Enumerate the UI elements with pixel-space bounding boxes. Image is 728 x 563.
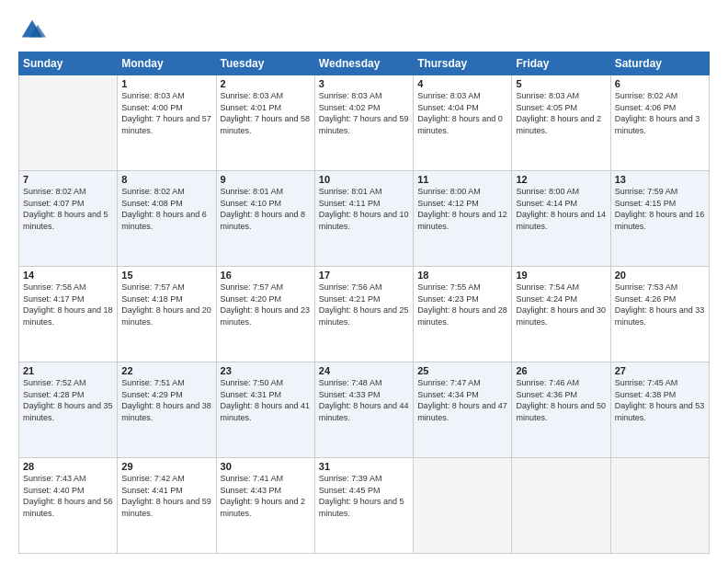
day-number: 15: [121, 270, 211, 281]
day-info: Sunrise: 7:55 AMSunset: 4:23 PMDaylight:…: [417, 282, 507, 327]
calendar-cell: 20Sunrise: 7:53 AMSunset: 4:26 PMDayligh…: [610, 267, 709, 362]
calendar-cell: 16Sunrise: 7:57 AMSunset: 4:20 PMDayligh…: [216, 267, 314, 362]
calendar-cell: 29Sunrise: 7:42 AMSunset: 4:41 PMDayligh…: [118, 458, 216, 554]
calendar-cell: 21Sunrise: 7:52 AMSunset: 4:28 PMDayligh…: [19, 362, 118, 458]
day-number: 5: [516, 78, 606, 89]
calendar-cell: 27Sunrise: 7:45 AMSunset: 4:38 PMDayligh…: [610, 362, 709, 458]
weekday-header-saturday: Saturday: [610, 52, 709, 75]
day-info: Sunrise: 7:50 AMSunset: 4:31 PMDaylight:…: [221, 377, 311, 423]
day-number: 23: [221, 365, 311, 376]
calendar-cell: 19Sunrise: 7:54 AMSunset: 4:24 PMDayligh…: [512, 267, 610, 362]
day-number: 27: [615, 365, 705, 376]
calendar-cell: 26Sunrise: 7:46 AMSunset: 4:36 PMDayligh…: [512, 362, 610, 458]
weekday-header-wednesday: Wednesday: [314, 52, 413, 75]
calendar-cell: 13Sunrise: 7:59 AMSunset: 4:15 PMDayligh…: [610, 171, 709, 267]
day-number: 22: [121, 365, 211, 376]
calendar-cell: 7Sunrise: 8:02 AMSunset: 4:07 PMDaylight…: [19, 171, 118, 267]
day-info: Sunrise: 7:58 AMSunset: 4:17 PMDaylight:…: [23, 282, 113, 327]
day-info: Sunrise: 7:45 AMSunset: 4:38 PMDaylight:…: [615, 377, 705, 423]
day-info: Sunrise: 7:57 AMSunset: 4:20 PMDaylight:…: [221, 282, 311, 327]
weekday-header-sunday: Sunday: [19, 52, 118, 75]
day-number: 14: [23, 270, 113, 281]
day-info: Sunrise: 7:59 AMSunset: 4:15 PMDaylight:…: [615, 186, 705, 232]
week-row-3: 14Sunrise: 7:58 AMSunset: 4:17 PMDayligh…: [19, 267, 710, 362]
day-number: 7: [23, 174, 113, 185]
day-number: 18: [417, 270, 507, 281]
calendar-cell: 11Sunrise: 8:00 AMSunset: 4:12 PMDayligh…: [414, 171, 512, 267]
calendar-cell: 4Sunrise: 8:03 AMSunset: 4:04 PMDaylight…: [414, 75, 512, 171]
day-number: 6: [615, 78, 705, 89]
day-info: Sunrise: 8:00 AMSunset: 4:14 PMDaylight:…: [516, 186, 606, 232]
header: [18, 17, 710, 44]
day-number: 29: [121, 461, 211, 472]
day-info: Sunrise: 7:52 AMSunset: 4:28 PMDaylight:…: [23, 377, 113, 423]
day-info: Sunrise: 8:02 AMSunset: 4:07 PMDaylight:…: [23, 186, 113, 232]
calendar-cell: [512, 458, 610, 554]
day-info: Sunrise: 7:46 AMSunset: 4:36 PMDaylight:…: [516, 377, 606, 423]
calendar-table: SundayMondayTuesdayWednesdayThursdayFrid…: [18, 52, 710, 554]
day-info: Sunrise: 7:56 AMSunset: 4:21 PMDaylight:…: [319, 282, 409, 327]
calendar-cell: 24Sunrise: 7:48 AMSunset: 4:33 PMDayligh…: [314, 362, 413, 458]
day-info: Sunrise: 8:03 AMSunset: 4:02 PMDaylight:…: [319, 90, 409, 136]
calendar-cell: [19, 75, 118, 171]
day-info: Sunrise: 8:01 AMSunset: 4:11 PMDaylight:…: [319, 186, 409, 232]
day-number: 21: [23, 365, 113, 376]
calendar-cell: 2Sunrise: 8:03 AMSunset: 4:01 PMDaylight…: [216, 75, 314, 171]
day-number: 17: [319, 270, 409, 281]
weekday-header-tuesday: Tuesday: [216, 52, 314, 75]
day-number: 8: [121, 174, 211, 185]
week-row-4: 21Sunrise: 7:52 AMSunset: 4:28 PMDayligh…: [19, 362, 710, 458]
calendar-cell: 6Sunrise: 8:02 AMSunset: 4:06 PMDaylight…: [610, 75, 709, 171]
day-info: Sunrise: 7:48 AMSunset: 4:33 PMDaylight:…: [319, 377, 409, 423]
day-info: Sunrise: 8:02 AMSunset: 4:08 PMDaylight:…: [121, 186, 211, 232]
day-number: 4: [417, 78, 507, 89]
calendar-cell: 8Sunrise: 8:02 AMSunset: 4:08 PMDaylight…: [118, 171, 216, 267]
calendar-cell: 28Sunrise: 7:43 AMSunset: 4:40 PMDayligh…: [19, 458, 118, 554]
day-number: 26: [516, 365, 606, 376]
day-info: Sunrise: 7:57 AMSunset: 4:18 PMDaylight:…: [121, 282, 211, 327]
day-info: Sunrise: 7:42 AMSunset: 4:41 PMDaylight:…: [121, 473, 211, 519]
week-row-2: 7Sunrise: 8:02 AMSunset: 4:07 PMDaylight…: [19, 171, 710, 267]
calendar-cell: 3Sunrise: 8:03 AMSunset: 4:02 PMDaylight…: [314, 75, 413, 171]
day-number: 16: [221, 270, 311, 281]
day-info: Sunrise: 7:53 AMSunset: 4:26 PMDaylight:…: [615, 282, 705, 327]
day-number: 3: [319, 78, 409, 89]
day-info: Sunrise: 8:02 AMSunset: 4:06 PMDaylight:…: [615, 90, 705, 136]
day-number: 31: [319, 461, 409, 472]
day-number: 9: [221, 174, 311, 185]
weekday-header-friday: Friday: [512, 52, 610, 75]
calendar-cell: 22Sunrise: 7:51 AMSunset: 4:29 PMDayligh…: [118, 362, 216, 458]
day-info: Sunrise: 8:03 AMSunset: 4:04 PMDaylight:…: [417, 90, 507, 136]
weekday-header-monday: Monday: [118, 52, 216, 75]
calendar-cell: 17Sunrise: 7:56 AMSunset: 4:21 PMDayligh…: [314, 267, 413, 362]
day-info: Sunrise: 7:54 AMSunset: 4:24 PMDaylight:…: [516, 282, 606, 327]
calendar-cell: 1Sunrise: 8:03 AMSunset: 4:00 PMDaylight…: [118, 75, 216, 171]
week-row-1: 1Sunrise: 8:03 AMSunset: 4:00 PMDaylight…: [19, 75, 710, 171]
calendar-cell: 10Sunrise: 8:01 AMSunset: 4:11 PMDayligh…: [314, 171, 413, 267]
calendar-cell: [610, 458, 709, 554]
calendar-cell: 30Sunrise: 7:41 AMSunset: 4:43 PMDayligh…: [216, 458, 314, 554]
calendar-cell: 5Sunrise: 8:03 AMSunset: 4:05 PMDaylight…: [512, 75, 610, 171]
calendar-cell: 12Sunrise: 8:00 AMSunset: 4:14 PMDayligh…: [512, 171, 610, 267]
weekday-header-thursday: Thursday: [414, 52, 512, 75]
week-row-5: 28Sunrise: 7:43 AMSunset: 4:40 PMDayligh…: [19, 458, 710, 554]
day-number: 11: [417, 174, 507, 185]
day-info: Sunrise: 8:01 AMSunset: 4:10 PMDaylight:…: [221, 186, 311, 232]
calendar-cell: 9Sunrise: 8:01 AMSunset: 4:10 PMDaylight…: [216, 171, 314, 267]
day-info: Sunrise: 7:43 AMSunset: 4:40 PMDaylight:…: [23, 473, 113, 519]
day-number: 25: [417, 365, 507, 376]
day-info: Sunrise: 8:03 AMSunset: 4:05 PMDaylight:…: [516, 90, 606, 136]
day-info: Sunrise: 8:00 AMSunset: 4:12 PMDaylight:…: [417, 186, 507, 232]
calendar-cell: 25Sunrise: 7:47 AMSunset: 4:34 PMDayligh…: [414, 362, 512, 458]
day-number: 1: [121, 78, 211, 89]
weekday-header-row: SundayMondayTuesdayWednesdayThursdayFrid…: [19, 52, 710, 75]
day-number: 13: [615, 174, 705, 185]
day-number: 24: [319, 365, 409, 376]
day-number: 30: [221, 461, 311, 472]
day-number: 2: [221, 78, 311, 89]
calendar-cell: 18Sunrise: 7:55 AMSunset: 4:23 PMDayligh…: [414, 267, 512, 362]
calendar-cell: 31Sunrise: 7:39 AMSunset: 4:45 PMDayligh…: [314, 458, 413, 554]
day-number: 12: [516, 174, 606, 185]
calendar-cell: 23Sunrise: 7:50 AMSunset: 4:31 PMDayligh…: [216, 362, 314, 458]
page: SundayMondayTuesdayWednesdayThursdayFrid…: [0, 0, 728, 563]
